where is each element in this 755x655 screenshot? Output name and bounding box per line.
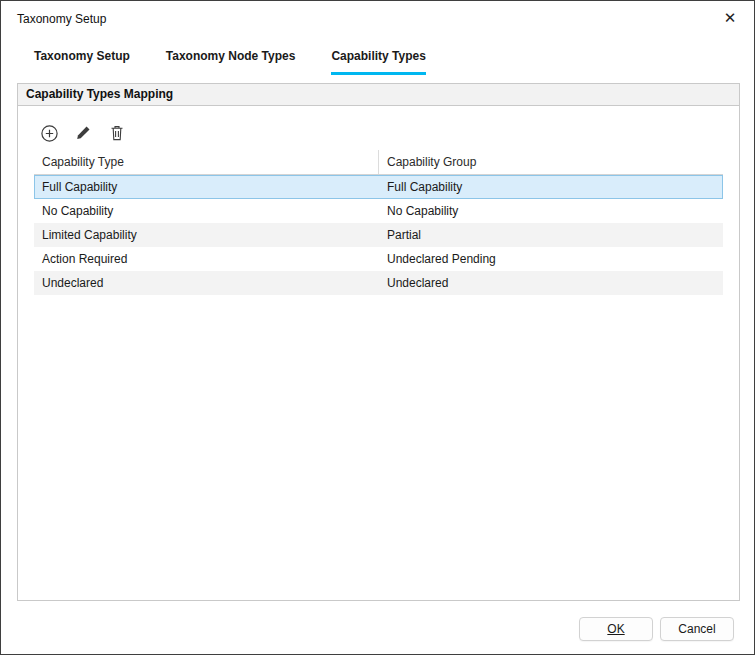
cell-capability-type: Undeclared xyxy=(34,276,379,290)
cancel-button-label: Cancel xyxy=(678,622,715,636)
cell-capability-group: Full Capability xyxy=(379,180,723,194)
table-row[interactable]: Full Capability Full Capability xyxy=(34,175,723,199)
ok-button-label: OK xyxy=(607,622,624,636)
column-header-capability-group[interactable]: Capability Group xyxy=(379,155,723,169)
capability-types-mapping-group: Capability Types Mapping xyxy=(17,83,740,601)
add-circle-icon xyxy=(40,124,59,143)
edit-pencil-icon xyxy=(75,125,91,141)
cell-capability-type: Full Capability xyxy=(34,180,379,194)
cell-capability-group: No Capability xyxy=(379,204,723,218)
cell-capability-type: No Capability xyxy=(34,204,379,218)
tab-capability-types[interactable]: Capability Types xyxy=(331,49,425,75)
cell-capability-group: Undeclared xyxy=(379,276,723,290)
table-row[interactable]: Action Required Undeclared Pending xyxy=(34,247,723,271)
table-header-row: Capability Type Capability Group xyxy=(34,150,723,175)
delete-trash-icon xyxy=(109,124,125,142)
cell-capability-type: Limited Capability xyxy=(34,228,379,242)
table-row[interactable]: Undeclared Undeclared xyxy=(34,271,723,295)
cell-capability-group: Partial xyxy=(379,228,723,242)
delete-button[interactable] xyxy=(106,122,128,144)
capability-mapping-table: Capability Type Capability Group Full Ca… xyxy=(34,150,723,295)
taxonomy-setup-dialog: Taxonomy Setup ✕ Taxonomy Setup Taxonomy… xyxy=(0,0,755,655)
group-title: Capability Types Mapping xyxy=(18,84,739,106)
title-bar: Taxonomy Setup ✕ xyxy=(1,1,754,37)
table-row[interactable]: No Capability No Capability xyxy=(34,199,723,223)
cancel-button[interactable]: Cancel xyxy=(660,617,734,641)
close-icon[interactable]: ✕ xyxy=(710,3,750,33)
tab-taxonomy-setup[interactable]: Taxonomy Setup xyxy=(34,49,130,75)
table-row[interactable]: Limited Capability Partial xyxy=(34,223,723,247)
add-button[interactable] xyxy=(38,122,60,144)
tab-strip: Taxonomy Setup Taxonomy Node Types Capab… xyxy=(34,49,426,75)
ok-button[interactable]: OK xyxy=(579,617,653,641)
cell-capability-type: Action Required xyxy=(34,252,379,266)
column-header-capability-type[interactable]: Capability Type xyxy=(34,150,379,174)
tab-taxonomy-node-types[interactable]: Taxonomy Node Types xyxy=(166,49,296,75)
window-title: Taxonomy Setup xyxy=(17,12,106,26)
cell-capability-group: Undeclared Pending xyxy=(379,252,723,266)
mapping-toolbar xyxy=(38,122,128,144)
edit-button[interactable] xyxy=(72,122,94,144)
